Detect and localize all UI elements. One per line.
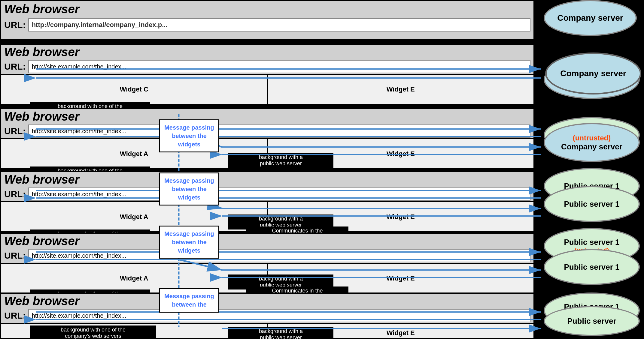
- browser-title-1: Web browser: [1, 45, 533, 59]
- browser-title-3: Web browser: [1, 172, 533, 187]
- url-value-1[interactable]: http://site.example.com/the_index...: [28, 60, 530, 73]
- browser-title-5: Web browser: [1, 294, 533, 308]
- browser-title-4: Web browser: [1, 234, 533, 248]
- url-label-0: URL:: [4, 20, 26, 30]
- widget-a-3: Widget A: [1, 202, 268, 231]
- url-value-5[interactable]: http://site.example.com/the_index...: [28, 309, 530, 322]
- browser-title-0: Web browser: [1, 1, 533, 17]
- annotation-bar-5a: background with one of thecompany's web …: [30, 326, 156, 339]
- server-public-5a: Public server: [544, 306, 640, 336]
- browser-frame-0: Web browser URL: http://company.internal…: [0, 0, 535, 40]
- url-label-5: URL:: [4, 310, 26, 321]
- server-public-3a: Public server 1: [544, 186, 640, 222]
- url-value-3[interactable]: http://site.example.com/the_index...: [28, 188, 530, 201]
- url-value-2[interactable]: http://site.example.com/the_index...: [28, 124, 530, 138]
- url-value-0[interactable]: http://company.internal/company_index.p.…: [28, 18, 530, 32]
- message-popup-2: Message passing between the widgets: [159, 172, 219, 206]
- server-company-0: Company server: [544, 0, 637, 36]
- widget-e-1: Widget E: [268, 75, 534, 104]
- url-value-4[interactable]: http://site.example.com/the_index...: [28, 249, 530, 262]
- annotation-bar-5b: background with apublic web server: [228, 327, 333, 339]
- widget-a-2: Widget A: [1, 139, 268, 168]
- message-popup-3: Message passing between the widgets: [159, 226, 219, 259]
- widget-a-4: Widget A: [1, 264, 268, 293]
- browser-frame-1: Web browser URL: http://site.example.com…: [0, 44, 535, 102]
- url-label-2: URL:: [4, 126, 26, 136]
- annotation-bar-2b: background with apublic web server: [228, 153, 333, 168]
- widget-c-1: Widget C: [1, 75, 268, 104]
- browser-title-2: Web browser: [1, 109, 533, 124]
- server-public-4a: Public server 1: [544, 249, 640, 285]
- message-popup-4: Message passing between the: [159, 288, 219, 313]
- server-company-main: Company server: [545, 52, 641, 94]
- server-company-2: (untrusted) Company server: [544, 123, 640, 162]
- url-label-1: URL:: [4, 62, 26, 72]
- url-label-3: URL:: [4, 189, 26, 199]
- url-label-4: URL:: [4, 250, 26, 261]
- message-popup-1: Message passing between the widgets: [159, 119, 219, 152]
